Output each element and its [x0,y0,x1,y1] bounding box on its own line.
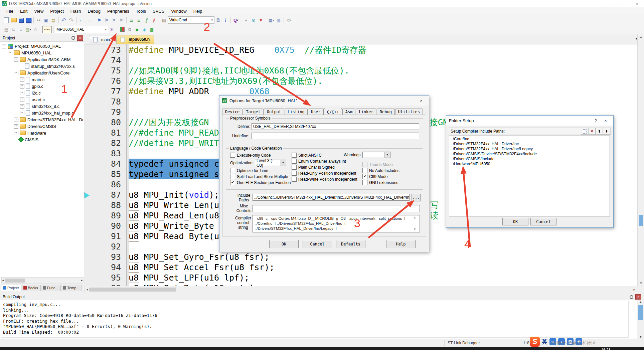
checkbox-box[interactable] [292,171,297,176]
tree-item[interactable]: −Application/User/Core [1,69,84,76]
folder-dialog-close-icon[interactable]: × [601,117,611,124]
build-output-close-icon[interactable]: × [635,294,641,300]
bottom-tab-temp[interactable]: Temp... [60,285,82,291]
tab-list-dropdown-icon[interactable]: ▾ [636,37,637,40]
code-line[interactable]: 73#define MPU_DEVICE_ID_REG 0X75 //器件ID寄… [84,45,637,55]
delete-path-icon[interactable]: ✕ [588,128,596,135]
bookmark-clear-icon[interactable]: ⚑ [118,17,125,23]
tree-item[interactable]: +Drivers/CMSIS [1,123,84,130]
checkbox-box[interactable] [292,177,297,182]
checkbox-optimize-for-time[interactable]: Optimize for Time [230,168,268,173]
include-paths-list[interactable]: ../Core/Inc../Drivers/STM32F4xx_HAL_Driv… [449,136,610,216]
target-select[interactable]: MPU6050_HAL▾ [55,26,108,33]
code-line[interactable]: 76//如果接V3.3,则IIC地址为0X69(不包含最低位). [84,76,637,86]
expander-icon[interactable]: − [14,57,18,62]
manage-rte-icon[interactable]: ▩ [148,26,155,33]
checkbox-box[interactable] [292,153,297,158]
build-icon[interactable]: ⍗ [10,26,17,33]
sogou-input-icon[interactable]: S [530,337,540,347]
checkbox-box[interactable]: ✔ [230,180,235,185]
editor-hscrollbar[interactable]: ◄► [84,286,638,293]
expander-icon[interactable]: + [20,84,24,89]
open-file-icon[interactable] [10,17,17,23]
checkbox-execute-only-code[interactable]: Execute-only Code [230,153,271,158]
tree-item[interactable]: +stm32f4xx_hal_msp.c [1,110,84,116]
code-line[interactable]: 75//如果AD0脚(9脚)接地,IIC地址为0X68(不包含最低位). [84,65,637,76]
menu-view[interactable]: View [31,8,46,14]
bottom-tab-project[interactable]: Project [1,285,21,291]
checkbox-box[interactable] [362,180,367,185]
help-button[interactable]: Help [386,240,416,248]
save-icon[interactable] [18,17,24,23]
menu-debug[interactable]: Debug [85,8,104,14]
menu-flash[interactable]: Flash [67,8,84,14]
manage-project-items-icon[interactable] [119,26,126,33]
tree-item[interactable]: +Hardware [1,130,84,136]
checkbox-c99-mode[interactable]: ✔C99 Mode [362,174,387,179]
options-tab-target[interactable]: Target [243,109,263,115]
options-dialog-titlebar[interactable]: µV Options for Target 'MPU6050_HAL' × [219,96,429,106]
rebuild-icon[interactable]: ⍐ [18,26,24,33]
checkbox-box[interactable] [292,159,297,164]
pin-icon[interactable] [628,294,634,300]
expander-icon[interactable]: + [14,124,18,129]
include-paths-browse-button[interactable]: ... [412,194,421,201]
checkbox-box[interactable] [230,174,235,179]
code-line[interactable]: 95u8 MPU_Set_LPF(u16 lpf); [84,273,637,283]
checkbox-box[interactable] [362,168,367,173]
menu-tools[interactable]: Tools [133,8,149,14]
bookmark-toggle-icon[interactable]: ⚑ [96,17,103,23]
cut-icon[interactable]: ✂ [35,17,42,23]
checkbox-box[interactable] [292,165,297,170]
secondary-layout-icon[interactable]: ▥ [275,17,282,23]
debug-session-icon[interactable]: ● [243,17,250,23]
copy-icon[interactable]: ▣ [43,17,49,23]
translate-icon[interactable]: ▤ [3,26,10,33]
editor-vscrollbar[interactable]: ▲ ▼ [637,34,644,286]
scroll-down-icon[interactable]: ▼ [638,281,644,286]
include-path-item[interactable]: ../Drivers/CMSIS/Device/ST/STM32F4xx/Inc… [451,152,608,157]
checkbox-gnu-extensions[interactable]: GNU extensions [362,180,398,185]
options-tab-debug[interactable]: Debug [377,109,395,115]
checkbox-one-elf-section-per-function[interactable]: ✔One ELF Section per Function [230,180,291,185]
menu-help[interactable]: Help [190,8,205,14]
folder-cancel-button[interactable]: Cancel [530,218,556,225]
expander-icon[interactable]: + [14,131,18,135]
tree-item[interactable]: −Project: MPU6050_HAL [1,43,84,49]
folder-ok-button[interactable]: OK [502,218,528,225]
configure-wrench-icon[interactable]: ⚙ [286,17,292,23]
undo-icon[interactable]: ↶ [60,17,67,23]
ime-language-toggle[interactable]: 英 [542,338,547,346]
expander-icon[interactable]: + [20,77,24,82]
move-down-icon[interactable]: ⬇ [603,128,610,135]
code-line[interactable]: 96u8 MPU_Set_Rate(u16 rate); [84,283,637,286]
menu-edit[interactable]: Edit [17,8,30,14]
breakpoint-kill-icon[interactable]: ⊘ [250,17,257,23]
software-packs-icon[interactable]: ◆ [134,26,140,33]
tree-item[interactable]: +Drivers/STM32F4xx_HAL_Dri [1,116,84,123]
options-tab-output[interactable]: Output [264,109,284,115]
expander-icon[interactable]: − [8,51,12,55]
pin-icon[interactable] [70,35,76,41]
flash-download-button[interactable]: LOAD [42,26,52,33]
include-paths-input[interactable]: ../Core/Inc;../Drivers/STM32F4xx_HAL_Dri… [253,194,410,201]
include-path-item[interactable]: ..\Hardware\MPU6050 [451,162,608,167]
redo-icon[interactable]: ↷ [68,17,74,23]
options-tab-device[interactable]: Device [222,109,243,115]
file-tab-main[interactable]: main. [89,35,115,44]
checkbox-box[interactable] [230,153,235,158]
scroll-up-icon[interactable]: ▲ [638,34,644,40]
tree-item[interactable]: −MPU6050_HAL [1,49,84,56]
include-path-item[interactable]: ../Core/Inc [451,137,608,142]
define-input[interactable]: USE_HAL_DRIVER,STM32F407xx [252,123,419,130]
file-tab-mpu6050h[interactable]: mpu6050.h [116,35,154,44]
tree-item[interactable]: +i2c.c [1,90,84,96]
minimize-button[interactable]: — [602,0,616,7]
find-in-files-icon[interactable]: 🖹 [215,17,221,23]
ok-button[interactable]: OK [269,240,299,248]
new-path-icon[interactable] [581,128,588,135]
new-file-icon[interactable] [3,17,10,23]
include-path-item[interactable]: ../Drivers/STM32F4xx_HAL_Driver/Inc/Lega… [451,147,608,152]
options-tab-asm[interactable]: Asm [342,109,356,115]
include-path-item[interactable]: ../Drivers/CMSIS/Include [451,157,608,162]
